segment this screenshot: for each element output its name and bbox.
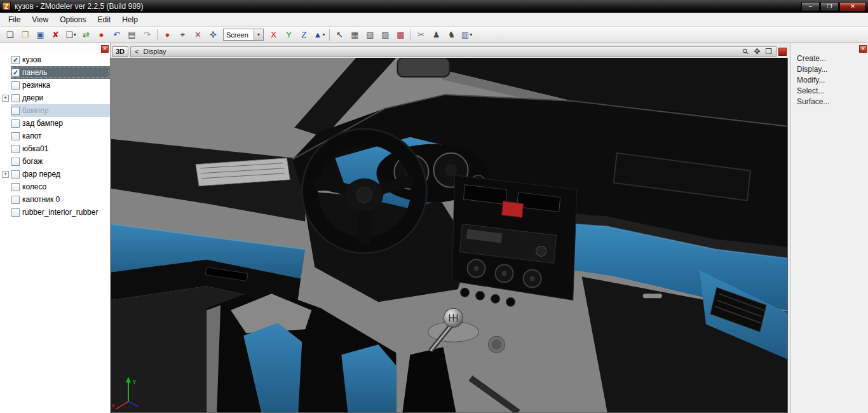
vertex-weld-icon: ✕ [194, 30, 201, 39]
visibility-checkbox[interactable] [11, 208, 20, 217]
command-item[interactable]: Modify... [791, 75, 868, 86]
close-button[interactable]: ✕ [839, 2, 866, 11]
import-export-button[interactable]: ⇄ [79, 28, 93, 42]
scene-object-row[interactable]: богаж [0, 155, 110, 168]
visibility-checkbox[interactable] [11, 145, 20, 153]
scene-object-row[interactable]: зад бампер [0, 117, 110, 130]
axis-x-icon: X [271, 30, 276, 39]
visibility-checkbox[interactable] [11, 119, 20, 128]
redo-button[interactable]: ↷ [140, 28, 154, 42]
objects-mode-button[interactable]: ▩ [393, 28, 408, 42]
menu-item[interactable]: Edit [92, 13, 117, 26]
axis-z-button[interactable]: Z [297, 28, 311, 42]
menu-item[interactable]: Help [116, 13, 144, 26]
view-mode-button[interactable]: 3D [112, 46, 128, 57]
back-arrow-icon[interactable]: < [135, 48, 139, 55]
viewport-canvas[interactable]: Y x [111, 58, 788, 413]
scene-object-row[interactable]: панель [0, 66, 110, 79]
faces-cube-icon: ▨ [381, 30, 389, 39]
new-file-button[interactable]: ❏ [3, 28, 17, 42]
delete-button[interactable]: ✘ [48, 28, 63, 42]
command-panel-close-button[interactable]: ✕ [859, 45, 867, 53]
vertices-mode-button[interactable]: ▦ [348, 28, 362, 42]
record-button[interactable]: ● [94, 28, 109, 42]
scene-object-list: кузов панель [0, 53, 110, 413]
toolbar-separator [155, 28, 159, 42]
scene-object-row[interactable]: кузов [0, 53, 110, 66]
undo-button[interactable]: ↶ [109, 28, 124, 42]
redo-icon: ↷ [144, 30, 151, 39]
command-item[interactable]: Create... [791, 53, 868, 64]
visibility-checkbox[interactable] [11, 94, 20, 102]
visibility-checkbox[interactable] [11, 132, 20, 140]
edges-mode-button[interactable]: ▧ [363, 28, 377, 42]
expand-toggle-icon[interactable] [2, 171, 9, 178]
select-mode-button[interactable]: ↖ [332, 28, 347, 42]
gizmo-mode-button[interactable]: ▲ [312, 28, 327, 42]
visibility-checkbox[interactable] [11, 107, 20, 115]
save-floppy-icon: ▣ [36, 30, 44, 39]
visibility-checkbox[interactable] [11, 81, 20, 90]
scene-object-label: колесо [22, 182, 46, 191]
objects-cube-icon: ▩ [397, 30, 404, 39]
scene-object-label: фар перед [22, 170, 60, 179]
axis-x-button[interactable]: X [266, 28, 281, 42]
menu-item[interactable]: File [3, 13, 26, 26]
viewport-view-label: Display [143, 48, 166, 55]
layers-grid-icon: ▥ [461, 30, 469, 39]
person-icon: ♟ [433, 30, 440, 39]
record-dot-icon: ● [99, 30, 104, 39]
expand-toggle-icon[interactable] [2, 95, 9, 102]
open-file-button[interactable]: ❒ [18, 28, 32, 42]
render-button[interactable]: ● [160, 28, 175, 42]
visibility-checkbox[interactable] [11, 183, 20, 191]
visibility-checkbox[interactable] [11, 158, 20, 166]
scene-object-row[interactable]: юбка01 [0, 142, 110, 155]
vertex-snap-button[interactable]: ⌖ [175, 28, 190, 42]
visibility-checkbox[interactable] [11, 56, 20, 64]
scene-object-label: капотник 0 [22, 195, 60, 204]
vertex-weld-button[interactable]: ✕ [191, 28, 205, 42]
normals-button[interactable]: ✜ [206, 28, 220, 42]
faces-mode-button[interactable]: ▨ [378, 28, 393, 42]
visibility-checkbox[interactable] [11, 170, 20, 179]
viewport-title-bar[interactable]: < Display ⚲ ✥ ❒ [130, 46, 776, 57]
scene-object-row[interactable]: капотник 0 [0, 193, 110, 206]
menu-item[interactable]: Options [54, 13, 92, 26]
new-file-icon: ❏ [6, 30, 14, 39]
visibility-checkbox[interactable] [11, 69, 20, 77]
skeleton-button[interactable]: ♟ [429, 28, 444, 42]
scene-object-row[interactable]: фар перед [0, 168, 110, 180]
scene-object-row[interactable]: двери [0, 91, 110, 104]
viewport-maximize-red-button[interactable] [778, 48, 787, 56]
animation-button[interactable]: ♞ [444, 28, 459, 42]
chevron-down-icon: ▾ [254, 29, 263, 40]
scene-object-label: бампер [22, 106, 48, 115]
save-button[interactable]: ▣ [33, 28, 48, 42]
scene-object-row[interactable]: бампер [0, 104, 110, 117]
scene-panel-close-button[interactable]: ✕ [101, 45, 109, 53]
zoom-icon[interactable]: ⚲ [741, 47, 750, 57]
pan-icon[interactable]: ✥ [754, 48, 760, 55]
paste-special-button[interactable]: ❑ [64, 28, 78, 42]
titlebar: Z кузов - ZModeler ver 2.2.5 (Build 989)… [0, 0, 868, 13]
fit-view-icon[interactable]: ❒ [765, 48, 772, 55]
scene-object-label: панель [22, 68, 47, 77]
scene-object-row[interactable]: колесо [0, 180, 110, 193]
maximize-button[interactable]: ❐ [820, 2, 839, 11]
scene-object-row[interactable]: капот [0, 130, 110, 142]
screen-mode-dropdown[interactable]: Screen ▾ [223, 29, 264, 41]
scene-object-row[interactable]: резинка [0, 79, 110, 91]
visibility-checkbox[interactable] [11, 196, 20, 204]
layers-button[interactable]: ▥ [459, 28, 474, 42]
axis-y-button[interactable]: Y [281, 28, 296, 42]
command-item[interactable]: Select... [791, 86, 868, 97]
scene-object-row[interactable]: rubber_interior_rubber [0, 206, 110, 219]
rear-view-mirror [397, 58, 449, 77]
detach-button[interactable]: ✂ [414, 28, 428, 42]
minimize-button[interactable]: – [801, 2, 820, 11]
command-item[interactable]: Display... [791, 64, 868, 75]
menu-item[interactable]: View [26, 13, 54, 26]
notes-button[interactable]: ▤ [125, 28, 139, 42]
command-item[interactable]: Surface... [791, 97, 868, 107]
